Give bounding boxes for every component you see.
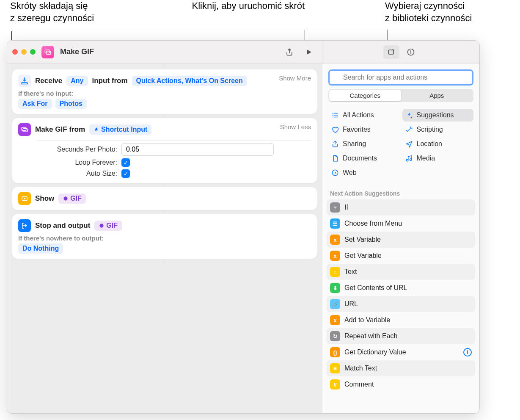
category-location[interactable]: Location: [402, 138, 474, 150]
share-icon: [285, 48, 294, 56]
category-label: Sharing: [343, 140, 366, 148]
run-button[interactable]: [301, 45, 317, 59]
suggestion-url[interactable]: 🔗URL: [327, 296, 475, 312]
category-scripting[interactable]: Scripting: [402, 123, 474, 136]
suggestion-label: Get Dictionary Value: [344, 348, 406, 356]
suggestion-comment[interactable]: //Comment: [327, 376, 475, 392]
exit-icon: [18, 219, 31, 232]
suggestion-label: Add to Variable: [344, 316, 390, 324]
suggestion-label: If: [344, 204, 348, 211]
suggestion-label: Choose from Menu: [344, 220, 402, 227]
makegif-label: Make GIF from: [35, 125, 85, 134]
action-glyph-icon: x: [330, 315, 340, 325]
suggestion-label: Get Contents of URL: [344, 284, 407, 292]
library-toggle-button[interactable]: [383, 45, 399, 59]
category-media[interactable]: Media: [402, 152, 474, 165]
suggestions-list: ⑂If☰Choose from MenuxSet VariablexGet Va…: [322, 199, 479, 398]
window-title: Make GIF: [60, 47, 94, 56]
action-stop-output[interactable]: Stop and output GIF If there's nowhere t…: [12, 214, 317, 259]
receive-icon: [18, 75, 31, 87]
token-gif[interactable]: GIF: [58, 193, 86, 204]
category-documents[interactable]: Documents: [328, 152, 400, 165]
token-shortcut-input[interactable]: Shortcut Input: [89, 124, 151, 135]
suggestion-text[interactable]: ≡Text: [327, 264, 475, 280]
nav-icon: [405, 140, 413, 148]
category-sharing[interactable]: Sharing: [328, 138, 400, 150]
minimize-window-button[interactable]: [21, 49, 27, 55]
suggestion-get-variable[interactable]: xGet Variable: [327, 248, 475, 264]
library-pane: Categories Apps All ActionsSuggestionsFa…: [322, 41, 479, 413]
token-gif-2[interactable]: GIF: [94, 221, 122, 231]
action-glyph-icon: {}: [330, 347, 340, 357]
action-make-gif[interactable]: Show Less Make GIF from Shortcut Input S…: [12, 118, 317, 183]
action-show[interactable]: Show GIF: [12, 187, 317, 210]
category-web[interactable]: Web: [328, 166, 400, 179]
doc-icon: [331, 154, 339, 163]
autosize-checkbox[interactable]: ✓: [121, 169, 130, 178]
action-glyph-icon: ⑂: [330, 202, 340, 213]
share-icon: [331, 140, 339, 148]
info-badge-icon[interactable]: i: [463, 348, 472, 356]
music-icon: [405, 154, 413, 163]
close-window-button[interactable]: [12, 49, 18, 55]
magic-variable-icon: [63, 196, 69, 202]
suggestion-label: Text: [344, 268, 357, 276]
action-glyph-icon: 🔗: [330, 299, 340, 309]
tab-apps[interactable]: Apps: [401, 90, 473, 101]
heart-icon: [331, 125, 339, 134]
suggestion-set-variable[interactable]: xSet Variable: [327, 232, 475, 248]
gif-icon: [18, 123, 31, 136]
action-glyph-icon: //: [330, 379, 340, 390]
suggestion-get-contents-of-url[interactable]: ⬇Get Contents of URL: [327, 280, 475, 296]
tab-categories[interactable]: Categories: [329, 90, 401, 101]
seconds-input[interactable]: [121, 143, 274, 156]
category-all-actions[interactable]: All Actions: [328, 109, 400, 122]
list-icon: [331, 111, 339, 119]
action-list: Show More Receive Any input from Quick A…: [7, 64, 322, 265]
receive-mid: input from: [92, 77, 128, 85]
shortcuts-editor-window: Make GIF Show More Receive Any i: [7, 40, 480, 414]
token-source[interactable]: Quick Actions, What's On Screen: [132, 76, 247, 86]
nowhere-label: If there's nowhere to output:: [18, 235, 311, 242]
library-icon: [387, 48, 396, 56]
category-label: Favorites: [343, 126, 371, 133]
info-button[interactable]: [403, 45, 419, 59]
loop-checkbox[interactable]: ✓: [121, 158, 130, 167]
suggestion-label: Set Variable: [344, 236, 381, 243]
sparkle-icon: [405, 111, 413, 119]
receive-label: Receive: [35, 77, 62, 85]
category-favorites[interactable]: Favorites: [328, 123, 400, 136]
library-tabs: Categories Apps: [328, 89, 473, 102]
category-label: All Actions: [343, 111, 374, 119]
suggestion-label: URL: [344, 300, 358, 308]
svg-point-9: [393, 49, 394, 50]
callout-center: Kliknij, aby uruchomić skrót: [186, 0, 305, 12]
magic-variable-icon: [99, 223, 105, 229]
suggestion-repeat-with-each[interactable]: ↻Repeat with Each: [327, 328, 475, 344]
show-less-toggle[interactable]: Show Less: [280, 123, 311, 130]
svg-point-7: [100, 224, 104, 227]
suggestion-get-dictionary-value[interactable]: {}Get Dictionary Valuei: [327, 344, 475, 360]
suggestion-label: Match Text: [344, 365, 377, 372]
token-ask-for[interactable]: Ask For: [18, 99, 52, 109]
token-photos[interactable]: Photos: [55, 99, 87, 109]
editor-pane: Make GIF Show More Receive Any i: [7, 41, 322, 413]
suggestion-label: Repeat with Each: [344, 332, 397, 340]
seconds-label: Seconds Per Photo:: [37, 146, 117, 153]
callout-left: Skróty składają się z szeregu czynności: [10, 0, 120, 24]
share-button[interactable]: [281, 45, 297, 59]
suggestion-match-text[interactable]: ≡Match Text: [327, 360, 475, 376]
action-receive[interactable]: Show More Receive Any input from Quick A…: [12, 69, 317, 114]
search-input[interactable]: [328, 69, 473, 86]
suggestion-add-to-variable[interactable]: xAdd to Variable: [327, 312, 475, 328]
suggestion-if[interactable]: ⑂If: [327, 199, 475, 216]
suggestion-choose-from-menu[interactable]: ☰Choose from Menu: [327, 216, 475, 232]
category-suggestions[interactable]: Suggestions: [402, 109, 474, 122]
zoom-window-button[interactable]: [30, 49, 36, 55]
token-any[interactable]: Any: [66, 76, 88, 86]
action-glyph-icon: x: [330, 235, 340, 245]
show-more-toggle[interactable]: Show More: [279, 75, 311, 82]
info-icon: [407, 48, 415, 56]
token-do-nothing[interactable]: Do Nothing: [18, 243, 63, 254]
category-label: Documents: [343, 155, 377, 162]
